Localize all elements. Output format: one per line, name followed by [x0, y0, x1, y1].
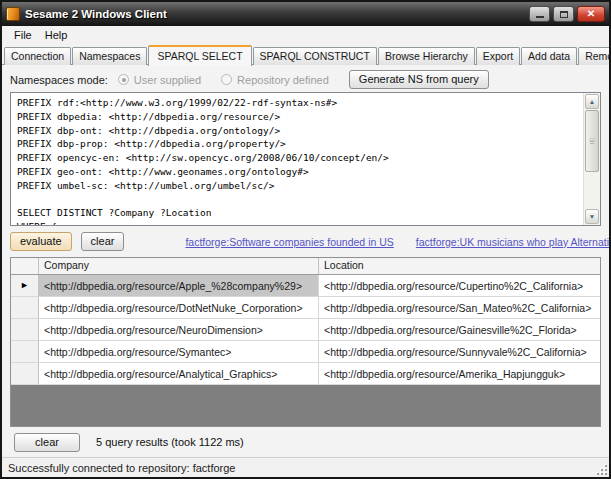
cell-location[interactable]: <http://dbpedia.org/resource/San_Mateo%2…: [319, 297, 600, 318]
row-selector-arrow-icon: ►: [20, 281, 29, 290]
tab-connection[interactable]: Connection: [4, 47, 71, 65]
results-footer: clear 5 query results (took 1122 ms): [10, 427, 601, 457]
maximize-button[interactable]: [553, 6, 574, 22]
generate-ns-button[interactable]: Generate NS from query: [349, 70, 489, 89]
window-title: Sesame 2 Windows Client: [25, 8, 524, 20]
tab-add-data[interactable]: Add data: [521, 47, 577, 65]
sample-query-links: factforge:Software companies founded in …: [185, 236, 609, 248]
app-icon[interactable]: [6, 7, 20, 21]
cell-location[interactable]: <http://dbpedia.org/resource/Amerika_Hap…: [319, 363, 600, 384]
radio-repository-defined[interactable]: Repository defined: [221, 74, 329, 86]
grid-corner-header[interactable]: [11, 258, 39, 274]
scroll-down-icon: ▼: [589, 213, 595, 220]
scrollbar-track[interactable]: [585, 173, 599, 209]
scrollbar-thumb[interactable]: [585, 110, 599, 172]
row-header[interactable]: ►: [11, 275, 39, 296]
table-row[interactable]: <http://dbpedia.org/resource/Analytical_…: [11, 363, 600, 385]
close-icon: ✕: [587, 9, 595, 19]
cell-company[interactable]: <http://dbpedia.org/resource/Symantec>: [39, 341, 319, 362]
title-bar: Sesame 2 Windows Client ✕: [2, 2, 609, 26]
tab-remove-data[interactable]: Remove data: [578, 47, 611, 65]
table-row[interactable]: ► <http://dbpedia.org/resource/Apple_%28…: [11, 275, 600, 297]
table-row[interactable]: <http://dbpedia.org/resource/NeuroDimens…: [11, 319, 600, 341]
minimize-button[interactable]: [529, 6, 550, 22]
radio-user-supplied[interactable]: User supplied: [118, 74, 201, 86]
query-editor[interactable]: PREFIX rdf:<http://www.w3.org/1999/02/22…: [10, 92, 601, 226]
scroll-up-icon: ▲: [589, 98, 595, 105]
cell-location[interactable]: <http://dbpedia.org/resource/Cupertino%2…: [319, 275, 600, 296]
grid-header-row: Company Location: [11, 258, 600, 275]
grid-empty-area: [11, 385, 600, 426]
menu-file[interactable]: File: [9, 28, 40, 43]
link-software-companies[interactable]: factforge:Software companies founded in …: [185, 236, 393, 248]
column-header-location[interactable]: Location: [319, 258, 600, 274]
column-header-company[interactable]: Company: [39, 258, 319, 274]
window-controls: ✕: [529, 6, 605, 22]
table-row[interactable]: <http://dbpedia.org/resource/Symantec> <…: [11, 341, 600, 363]
clear-results-button[interactable]: clear: [14, 433, 80, 452]
scroll-down-button[interactable]: ▼: [585, 209, 599, 224]
tab-export[interactable]: Export: [476, 47, 520, 65]
results-summary: 5 query results (took 1122 ms): [96, 436, 244, 448]
editor-scrollbar[interactable]: ▲ ▼: [583, 93, 600, 225]
evaluate-button[interactable]: evaluate: [10, 232, 72, 251]
cell-company[interactable]: <http://dbpedia.org/resource/NeuroDimens…: [39, 319, 319, 340]
close-button[interactable]: ✕: [577, 6, 605, 22]
tab-sparql-construct[interactable]: SPARQL CONSTRUCT: [253, 47, 377, 65]
maximize-icon: [560, 11, 568, 18]
status-bar: Successfully connected to repository: fa…: [2, 457, 609, 477]
cell-company[interactable]: <http://dbpedia.org/resource/DotNetNuke_…: [39, 297, 319, 318]
tab-sparql-select[interactable]: SPARQL SELECT: [148, 45, 251, 66]
resize-grip-icon[interactable]: [596, 464, 607, 475]
link-uk-musicians[interactable]: factforge:UK musicians who play Alternat…: [416, 236, 609, 248]
minimize-icon: [536, 16, 544, 18]
scroll-up-button[interactable]: ▲: [585, 94, 599, 109]
query-text[interactable]: PREFIX rdf:<http://www.w3.org/1999/02/22…: [11, 93, 583, 225]
radio-repository-defined-icon: [221, 74, 232, 85]
row-header[interactable]: [11, 319, 39, 340]
row-header[interactable]: [11, 363, 39, 384]
results-grid: Company Location ► <http://dbpedia.org/r…: [10, 257, 601, 427]
tab-namespaces[interactable]: Namespaces: [72, 47, 147, 65]
app-window: Sesame 2 Windows Client ✕ File Help Conn…: [0, 0, 611, 479]
clear-query-button[interactable]: clear: [81, 232, 125, 251]
table-row[interactable]: <http://dbpedia.org/resource/DotNetNuke_…: [11, 297, 600, 319]
cell-company[interactable]: <http://dbpedia.org/resource/Apple_%28co…: [39, 275, 319, 296]
menu-bar: File Help: [2, 26, 609, 44]
tab-strip: Connection Namespaces SPARQL SELECT SPAR…: [2, 44, 609, 65]
cell-location[interactable]: <http://dbpedia.org/resource/Gainesville…: [319, 319, 600, 340]
sparql-select-page: Namespaces mode: User supplied Repositor…: [2, 65, 609, 457]
status-text: Successfully connected to repository: fa…: [8, 462, 235, 474]
menu-help[interactable]: Help: [40, 28, 76, 43]
cell-location[interactable]: <http://dbpedia.org/resource/Sunnyvale%2…: [319, 341, 600, 362]
namespaces-mode-label: Namespaces mode:: [10, 74, 108, 86]
namespaces-mode-row: Namespaces mode: User supplied Repositor…: [10, 65, 601, 92]
query-actions-row: evaluate clear factforge:Software compan…: [10, 226, 601, 257]
row-header[interactable]: [11, 297, 39, 318]
cell-company[interactable]: <http://dbpedia.org/resource/Analytical_…: [39, 363, 319, 384]
tab-browse-hierarchy[interactable]: Browse Hierarchy: [378, 47, 475, 65]
radio-user-supplied-icon: [118, 74, 129, 85]
row-header[interactable]: [11, 341, 39, 362]
